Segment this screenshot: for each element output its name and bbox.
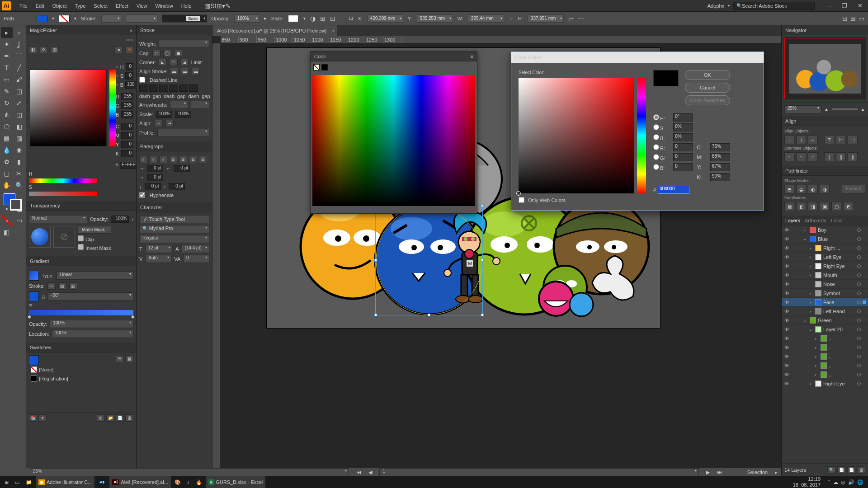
justify-center-icon[interactable]: ≣ <box>179 156 187 163</box>
visibility-icon[interactable]: 👁 <box>783 327 790 332</box>
visibility-icon[interactable]: 👁 <box>783 254 790 260</box>
picker-r-radio[interactable] <box>653 144 659 150</box>
gradient-type-drop[interactable]: Linear <box>57 272 133 280</box>
dist-top-icon[interactable]: ≡ <box>784 152 794 161</box>
search-adobe-stock[interactable]: 🔍 Search Adobe Stock <box>733 2 815 10</box>
type-tool-icon[interactable]: T <box>1 62 13 73</box>
visibility-icon[interactable]: 👁 <box>783 291 790 296</box>
layer-row[interactable]: 👁Nose <box>782 280 868 289</box>
swatch-lib-icon[interactable]: 📚 <box>29 414 37 422</box>
target-icon[interactable] <box>857 328 861 331</box>
perspective-tool-icon[interactable]: ◧ <box>14 121 25 132</box>
picker-c-field[interactable]: 75% <box>710 143 730 151</box>
stroke-header[interactable]: Stroke <box>137 25 212 35</box>
expand-icon[interactable]: › <box>807 272 813 278</box>
expand-icon[interactable]: › <box>807 291 813 296</box>
layer-row[interactable]: 👁⌄Green <box>782 316 868 325</box>
swatch-grid-icon[interactable]: ▦ <box>125 355 133 362</box>
tab-links[interactable]: Links <box>831 218 843 223</box>
intersect-icon[interactable]: ◐ <box>808 185 818 194</box>
select-indicator[interactable] <box>863 355 866 358</box>
select-indicator[interactable] <box>863 246 866 250</box>
menu-view[interactable]: View <box>132 0 151 12</box>
dist-vcenter-icon[interactable]: ≡ <box>796 152 806 161</box>
expand-icon[interactable]: › <box>807 381 813 386</box>
align-hcenter-icon[interactable]: ⊥ <box>796 135 806 144</box>
x-value[interactable]: 420,399 mm <box>367 14 403 23</box>
free-transform-tool-icon[interactable]: ◫ <box>14 109 25 120</box>
stroke-weight-drop[interactable] <box>101 14 121 23</box>
w-value[interactable]: 325,44 mm <box>468 14 504 23</box>
lasso-tool-icon[interactable]: ʆ <box>14 39 25 50</box>
transparency-header[interactable]: Transparency <box>26 201 136 211</box>
brush-preset-drop[interactable]: Basic <box>162 14 207 23</box>
zoom-slider[interactable] <box>832 108 858 110</box>
taskbar-app[interactable]: 🎨 <box>172 476 184 488</box>
taskbar-app[interactable]: XGURS_B.xlsx - Excel <box>206 476 265 488</box>
scale-tool-icon[interactable]: ⤢ <box>14 98 25 108</box>
expand-icon[interactable]: › <box>812 345 819 350</box>
target-icon[interactable] <box>857 373 861 376</box>
expand-icon[interactable]: › <box>802 227 808 233</box>
recolor-icon[interactable]: ◑ <box>310 15 316 22</box>
select-indicator[interactable] <box>863 273 866 277</box>
swatch-group-icon[interactable]: 📁 <box>106 414 114 422</box>
color-none-swatch[interactable] <box>313 64 320 70</box>
mp-h-slider[interactable] <box>29 178 97 183</box>
leading-drop[interactable]: (14,4 pt) <box>182 245 209 253</box>
magicpicker-sv-square[interactable] <box>30 70 107 146</box>
opacity-drop[interactable]: 100% <box>234 14 259 23</box>
menu-help[interactable]: Help <box>177 0 196 12</box>
target-icon[interactable] <box>857 255 861 259</box>
curvature-tool-icon[interactable]: ⌒ <box>14 51 25 61</box>
menu-edit[interactable]: Edit <box>32 0 48 12</box>
target-icon[interactable] <box>857 310 861 313</box>
color-panel-menu-icon[interactable]: ≡ <box>471 54 473 59</box>
select-indicator[interactable] <box>863 346 866 349</box>
select-indicator[interactable] <box>863 337 866 340</box>
select-indicator[interactable] <box>863 382 866 385</box>
artboard-number-drop[interactable]: 1 <box>379 468 698 476</box>
swatch-menu-icon[interactable]: ▾ <box>38 414 47 422</box>
menu-window[interactable]: Window <box>151 0 177 12</box>
first-artboard-icon[interactable]: ⏮ <box>356 469 361 475</box>
layer-row[interactable]: 👁›... <box>782 370 868 379</box>
select-indicator[interactable] <box>863 291 866 295</box>
outline-icon[interactable]: ▢ <box>831 202 841 211</box>
visibility-icon[interactable]: 👁 <box>783 336 790 341</box>
swatch-opt-icon[interactable]: ⊞ <box>97 414 105 422</box>
picker-ok-button[interactable]: OK <box>685 70 730 80</box>
tracking-drop[interactable]: 0 <box>183 255 209 263</box>
tr-opacity-field[interactable]: 100% <box>111 216 129 223</box>
tray-up-icon[interactable]: ˄ <box>828 479 830 485</box>
kerning-drop[interactable]: Auto <box>145 255 171 263</box>
align-top-icon[interactable]: ⊤ <box>824 135 834 144</box>
trim-icon[interactable]: ◧ <box>796 202 806 211</box>
taskbar-app[interactable]: ♪ <box>184 476 193 488</box>
layer-row[interactable]: 👁›... <box>782 334 868 343</box>
justify-right-icon[interactable]: ≣ <box>189 156 197 163</box>
new-layer-icon[interactable]: 📄 <box>847 466 855 474</box>
window-close[interactable]: ✕ <box>854 1 866 10</box>
expand-icon[interactable]: ⌄ <box>807 326 813 332</box>
expand-icon[interactable]: › <box>812 363 819 368</box>
select-indicator[interactable] <box>863 319 866 322</box>
artboard-tool-icon[interactable]: ▢ <box>1 168 13 179</box>
divide-icon[interactable]: ▦ <box>784 202 794 211</box>
layer-row[interactable]: 👁›Right ... <box>782 244 868 253</box>
select-indicator[interactable] <box>863 255 866 259</box>
taskbar-clock[interactable]: 12:19 18. 08. 2017 <box>789 476 824 488</box>
taskbar-app[interactable]: ⊞ <box>2 476 11 488</box>
slice-tool-icon[interactable]: ✂ <box>14 168 25 179</box>
layout-icon[interactable]: ▦ <box>204 2 210 9</box>
visibility-icon[interactable]: 👁 <box>783 372 790 377</box>
expand-icon[interactable]: › <box>812 372 819 377</box>
target-icon[interactable] <box>857 273 861 277</box>
prev-artboard-icon[interactable]: ◀ <box>368 469 372 475</box>
align-right-icon[interactable]: ≡ <box>159 156 167 163</box>
swatch-new-icon[interactable]: 📄 <box>116 414 124 422</box>
window-restore[interactable]: ❐ <box>838 1 851 10</box>
character-header[interactable]: Character <box>137 202 212 212</box>
visibility-icon[interactable]: 👁 <box>783 227 790 233</box>
chain-icon[interactable]: ▸ <box>264 15 267 21</box>
